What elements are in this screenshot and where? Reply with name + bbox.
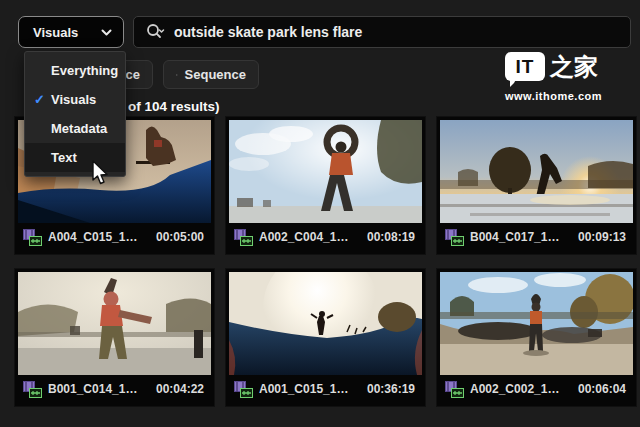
clip-thumbnail-fisheye-bowl bbox=[229, 272, 422, 375]
clip-thumbnail-park-stretch bbox=[440, 272, 633, 375]
menu-item-metadata[interactable]: Metadata bbox=[25, 114, 125, 143]
av-clip-icon bbox=[234, 229, 253, 246]
clip-thumbnail-sunset-skater bbox=[440, 120, 633, 223]
clip-meta: A004_C015_1… 00:05:00 bbox=[18, 223, 211, 251]
ithome-logo-icon: IT bbox=[505, 52, 545, 81]
menu-item-text[interactable]: Text bbox=[25, 143, 125, 172]
menu-item-label: Everything bbox=[51, 63, 118, 78]
search-bar[interactable] bbox=[133, 16, 631, 48]
clip-card[interactable]: A002_C004_1… 00:08:19 bbox=[225, 116, 426, 255]
clip-duration: 00:36:19 bbox=[367, 382, 415, 396]
clip-thumbnail-arms-overhead bbox=[229, 120, 422, 223]
clip-meta: A002_C004_1… 00:08:19 bbox=[229, 223, 422, 251]
clip-duration: 00:04:22 bbox=[156, 382, 204, 396]
clip-name: B004_C017_1… bbox=[470, 230, 559, 244]
sequence-scope-label: Sequence bbox=[185, 67, 246, 82]
clip-duration: 00:05:00 bbox=[156, 230, 204, 244]
search-filter-dropdown[interactable]: Visuals bbox=[18, 16, 124, 48]
search-filter-menu: Everything ✓ Visuals Metadata Text bbox=[24, 51, 126, 177]
ithome-url: www.ithome.com bbox=[505, 90, 602, 102]
clip-card[interactable]: B004_C017_1… 00:09:13 bbox=[436, 116, 637, 255]
clip-meta: B001_C014_1… 00:04:22 bbox=[18, 375, 211, 403]
search-icon bbox=[144, 22, 166, 42]
av-clip-icon bbox=[234, 381, 253, 398]
clip-card[interactable]: A001_C015_1… 00:36:19 bbox=[225, 268, 426, 407]
clip-name: B001_C014_1… bbox=[48, 382, 137, 396]
clip-meta: A002_C002_1… 00:06:04 bbox=[440, 375, 633, 403]
menu-item-label: Metadata bbox=[51, 121, 107, 136]
menu-item-everything[interactable]: Everything bbox=[25, 56, 125, 85]
search-input[interactable] bbox=[174, 24, 620, 40]
clip-name: A004_C015_1… bbox=[48, 230, 137, 244]
clip-card[interactable]: B001_C014_1… 00:04:22 bbox=[14, 268, 215, 407]
chevron-down-icon bbox=[100, 26, 113, 39]
clip-name: A001_C015_1… bbox=[259, 382, 348, 396]
menu-item-label: Visuals bbox=[51, 92, 96, 107]
clip-card[interactable]: A002_C002_1… 00:06:04 bbox=[436, 268, 637, 407]
source-scope-label: ce bbox=[126, 67, 140, 82]
sequence-scope-button[interactable]: Sequence bbox=[163, 60, 259, 89]
clip-duration: 00:09:13 bbox=[578, 230, 626, 244]
ithome-watermark: IT 之家 www.ithome.com bbox=[505, 52, 602, 102]
app-window: Visuals ce Sequence of 104 results) E bbox=[0, 0, 640, 427]
ithome-logo-cjk: 之家 bbox=[550, 55, 598, 79]
results-count: of 104 results) bbox=[128, 99, 220, 114]
clip-name: A002_C004_1… bbox=[259, 230, 348, 244]
clip-meta: B004_C017_1… 00:09:13 bbox=[440, 223, 633, 251]
checkmark-icon: ✓ bbox=[34, 92, 51, 107]
menu-item-label: Text bbox=[51, 150, 77, 165]
av-clip-icon bbox=[23, 381, 42, 398]
clip-duration: 00:06:04 bbox=[578, 382, 626, 396]
av-clip-icon bbox=[23, 229, 42, 246]
clip-name: A002_C002_1… bbox=[470, 382, 559, 396]
clip-thumbnail-dancer bbox=[18, 272, 211, 375]
clip-duration: 00:08:19 bbox=[367, 230, 415, 244]
sequence-icon bbox=[176, 68, 178, 82]
av-clip-icon bbox=[445, 229, 464, 246]
ithome-logo-text: IT bbox=[516, 56, 535, 78]
clip-meta: A001_C015_1… 00:36:19 bbox=[229, 375, 422, 403]
search-filter-value: Visuals bbox=[33, 25, 78, 40]
av-clip-icon bbox=[445, 381, 464, 398]
menu-item-visuals[interactable]: ✓ Visuals bbox=[25, 85, 125, 114]
